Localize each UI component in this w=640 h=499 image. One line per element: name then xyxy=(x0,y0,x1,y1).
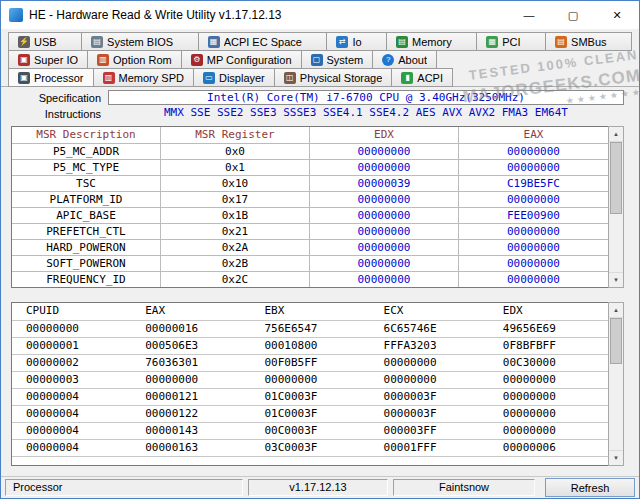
scroll-up-icon[interactable]: ▲ xyxy=(609,127,623,142)
tab-option-rom[interactable]: ▥Option Rom xyxy=(87,50,182,69)
cell-cpuid: 00000004 xyxy=(12,439,131,456)
tab-processor[interactable]: ▣Processor xyxy=(8,68,94,87)
cell-reg: 0x1B xyxy=(161,207,310,223)
cell-eax: 000506E3 xyxy=(131,337,250,354)
tab-system-bios[interactable]: ▤System BIOS xyxy=(81,32,199,51)
tab-about[interactable]: ?About xyxy=(372,50,437,69)
status-version: v1.17.12.13 xyxy=(248,479,388,496)
status-author: Faintsnow xyxy=(393,479,535,496)
close-button[interactable]: ✕ xyxy=(595,1,639,29)
msr-scrollbar[interactable]: ▲ ▼ xyxy=(608,126,624,288)
table-row[interactable]: 000000040000016303C0003F00001FFF00000006 xyxy=(12,439,608,456)
cell xyxy=(370,456,489,466)
tab-mp-configuration[interactable]: ⚙MP Configuration xyxy=(181,50,302,69)
app-window: HE - Hardware Read & Write Utility v1.17… xyxy=(0,0,640,499)
tab-label: Displayer xyxy=(219,72,265,84)
maximize-button[interactable]: ▢ xyxy=(551,1,595,29)
table-row[interactable]: 0000000000000016756E65476C65746E49656E69 xyxy=(12,320,608,337)
cell-ecx: 00000000 xyxy=(370,354,489,371)
cell-eax: 00000000 xyxy=(459,255,608,271)
cpuid-scrollbar-thumb[interactable] xyxy=(610,318,622,364)
tab-smbus[interactable]: ▤SMBus xyxy=(545,32,632,51)
tab-displayer[interactable]: ▭Displayer xyxy=(193,68,275,87)
minimize-button[interactable]: — xyxy=(507,1,551,29)
table-row[interactable]: SOFT_POWERON0x2B0000000000000000 xyxy=(12,255,608,271)
refresh-button[interactable]: Refresh xyxy=(545,478,635,497)
column-header: EDX xyxy=(489,303,608,320)
tab-label: SMBus xyxy=(571,36,606,48)
column-header: EDX xyxy=(310,127,459,143)
msr-scrollbar-track[interactable] xyxy=(609,142,623,272)
table-row[interactable]: FREQUENCY_ID0x2C0000000000000000 xyxy=(12,271,608,287)
cell-ecx: 00001FFF xyxy=(370,439,489,456)
cell-eax: 00000122 xyxy=(131,405,250,422)
table-row[interactable]: HARD_POWERON0x2A0000000000000000 xyxy=(12,239,608,255)
cell-desc: TSC xyxy=(12,175,161,191)
tab-row-3: ▣Processor▥Memory SPD▭Displayer◫Physical… xyxy=(8,68,632,87)
cell-desc: SOFT_POWERON xyxy=(12,255,161,271)
cpuid-scrollbar[interactable]: ▲ ▼ xyxy=(608,302,624,466)
table-row[interactable]: 000000040000014300C0003F000003FF00000000 xyxy=(12,422,608,439)
cell xyxy=(250,456,369,466)
table-row[interactable]: P5_MC_TYPE0x10000000000000000 xyxy=(12,159,608,175)
scroll-up-icon[interactable]: ▲ xyxy=(609,303,623,318)
table-row[interactable]: 00000001000506E300010800FFFA32030F8BFBFF xyxy=(12,337,608,354)
tab-label: Processor xyxy=(34,72,84,84)
cell-reg: 0x2A xyxy=(161,239,310,255)
table-row[interactable]: 000000027603630100F0B5FF0000000000C30000 xyxy=(12,354,608,371)
cell-desc: APIC_BASE xyxy=(12,207,161,223)
tab-strip: ⚡USB▤System BIOS▦ACPI EC Space⇄Io▤Memory… xyxy=(1,29,639,87)
scroll-down-icon[interactable]: ▼ xyxy=(609,272,623,287)
table-row[interactable]: APIC_BASE0x1B00000000FEE00900 xyxy=(12,207,608,223)
tab-memory-spd[interactable]: ▥Memory SPD xyxy=(93,68,194,87)
tab-acpi[interactable]: ▮ACPI xyxy=(391,68,453,87)
status-section: Processor xyxy=(5,479,243,496)
tab-super-io[interactable]: ▣Super IO xyxy=(8,50,88,69)
cell-cpuid: 00000004 xyxy=(12,405,131,422)
title-bar[interactable]: HE - Hardware Read & Write Utility v1.17… xyxy=(1,1,639,29)
cell-ecx: FFFA3203 xyxy=(370,337,489,354)
table-row[interactable]: TSC0x1000000039C19BE5FC xyxy=(12,175,608,191)
cpuid-table-zone: CPUIDEAXEBXECXEDX0000000000000016756E654… xyxy=(11,302,624,466)
ec-chip-icon: ▦ xyxy=(208,36,220,48)
tab-label: ACPI EC Space xyxy=(224,36,302,48)
tab-acpi-ec-space[interactable]: ▦ACPI EC Space xyxy=(198,32,328,51)
table-row[interactable]: 000000040000012201C0003F0000003F00000000 xyxy=(12,405,608,422)
cell-cpuid: 00000004 xyxy=(12,422,131,439)
cell-edx: 00000000 xyxy=(310,143,459,159)
table-row[interactable]: PREFETCH_CTL0x210000000000000000 xyxy=(12,223,608,239)
cell-cpuid: 00000002 xyxy=(12,354,131,371)
caption-buttons: — ▢ ✕ xyxy=(507,1,639,29)
scroll-down-icon[interactable]: ▼ xyxy=(609,450,623,465)
tab-label: Super IO xyxy=(34,54,78,66)
instructions-row: Instructions MMX SSE SSE2 SSE3 SSSE3 SSE… xyxy=(1,106,624,121)
cell-eax: 00000000 xyxy=(459,159,608,175)
displayer-icon: ▭ xyxy=(203,72,215,84)
cell-cpuid: 00000003 xyxy=(12,371,131,388)
tab-usb[interactable]: ⚡USB xyxy=(8,32,82,51)
cell-ecx: 00000000 xyxy=(370,371,489,388)
tab-label: Physical Storage xyxy=(300,72,383,84)
tab-physical-storage[interactable]: ◫Physical Storage xyxy=(274,68,393,87)
super-io-icon: ▣ xyxy=(18,54,30,66)
cell-eax: 00000163 xyxy=(131,439,250,456)
cell-eax: 00000121 xyxy=(131,388,250,405)
cell xyxy=(489,456,608,466)
tab-pci[interactable]: ▦PCI xyxy=(476,32,546,51)
tab-label: About xyxy=(398,54,427,66)
tab-memory[interactable]: ▤Memory xyxy=(386,32,477,51)
msr-scrollbar-thumb[interactable] xyxy=(610,142,622,214)
table-row[interactable]: 0000000300000000000000000000000000000000 xyxy=(12,371,608,388)
cpuid-scrollbar-track[interactable] xyxy=(609,318,623,450)
table-row[interactable]: P5_MC_ADDR0x00000000000000000 xyxy=(12,143,608,159)
cell-desc: FREQUENCY_ID xyxy=(12,271,161,287)
cell-eax: 00000143 xyxy=(131,422,250,439)
status-bar: Processor v1.17.12.13 Faintsnow Refresh xyxy=(1,476,639,498)
tab-system[interactable]: ▢System xyxy=(301,50,374,69)
cell-eax: FEE00900 xyxy=(459,207,608,223)
instructions-value: MMX SSE SSE2 SSE3 SSSE3 SSE4.1 SSE4.2 AE… xyxy=(108,106,624,121)
table-row[interactable]: 000000040000012101C0003F0000003F00000000 xyxy=(12,388,608,405)
tab-io[interactable]: ⇄Io xyxy=(326,32,387,51)
table-row[interactable]: PLATFORM_ID0x170000000000000000 xyxy=(12,191,608,207)
cell-edx: 00000006 xyxy=(489,439,608,456)
